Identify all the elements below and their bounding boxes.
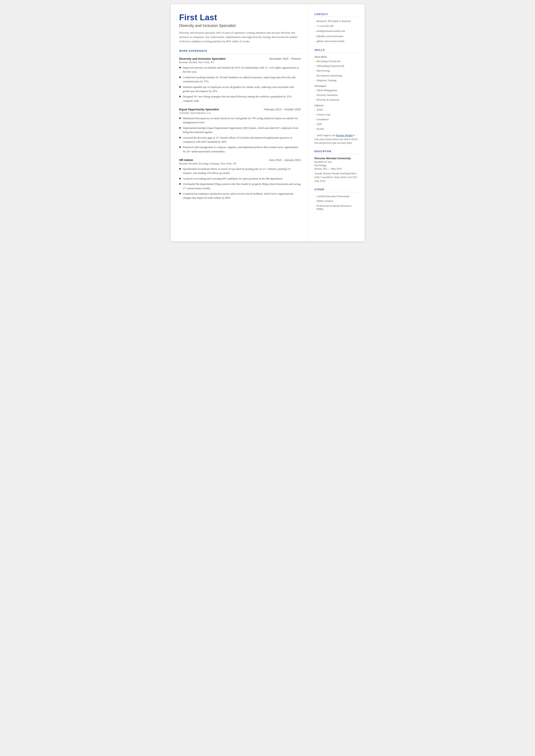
right-column: CONTACT ·Bismarck, ND (Open to Remote) ·… <box>309 4 365 241</box>
bullet-icon: · <box>315 30 316 33</box>
skills-software-label: Software: <box>315 104 359 107</box>
bullet-icon: · <box>315 113 316 117</box>
job-company-2: Growthsi, San Francisco, CA <box>179 111 301 115</box>
education-section: EDUCATION Resume Worded University Bache… <box>315 150 359 183</box>
bullet-icon: · <box>315 200 316 204</box>
list-item: ·SPHR Certified <box>315 200 359 204</box>
bullet-icon <box>179 118 181 119</box>
edu-school: Resume Worded University <box>315 157 359 160</box>
list-item: ·Diversity Awareness <box>315 94 359 98</box>
list-item: ·email@resumeworded.com <box>315 30 359 33</box>
job-bullets-2: Minimized discrepancies in salary based … <box>179 116 301 154</box>
skills-hard-label: Hard SKills: <box>315 55 359 59</box>
list-item: ·Certified Diversity Professional <box>315 195 359 199</box>
list-item: ·Talent Management <box>315 89 359 93</box>
bullet-icon <box>179 76 181 78</box>
summary: Diversity and inclusion specialist with … <box>179 31 301 43</box>
contact-divider <box>315 17 359 17</box>
job-title-2: Equal Opportunity Specialist <box>179 108 219 111</box>
bullet-icon <box>179 146 181 148</box>
list-item: Minimized discrepancies in salary based … <box>179 116 301 125</box>
job-header-1: Diversity and Inclusion Specialist Novem… <box>179 57 301 60</box>
bullet-icon <box>179 193 181 194</box>
job-dates-2: February 2013 – October 2015 <box>264 108 301 111</box>
bullet-icon <box>179 178 181 179</box>
list-item: Implemented multiple Equal Employment Op… <box>179 126 301 134</box>
list-item: ·Bismarck, ND (Open to Remote) <box>315 20 359 23</box>
resume-page: First Last Diversity and Inclusion Speci… <box>171 4 365 241</box>
skills-hard-list: ·Recruiting (Advanced) ·Onboarding (Expe… <box>315 60 359 83</box>
bullet-icon: · <box>315 65 316 68</box>
bullet-icon: · <box>315 108 316 112</box>
job-company-1: Resume Worded, New York, NY <box>179 61 301 64</box>
bullet-icon: · <box>315 94 316 98</box>
job-company-3: Resume Worded's Exciting Company, New Yo… <box>179 162 301 165</box>
list-item: Spearheaded recruitment efforts in searc… <box>179 167 301 176</box>
edu-location: Boston, MA — May 2010 <box>315 167 359 170</box>
bullet-icon: · <box>315 118 316 122</box>
work-experience-divider <box>179 53 301 54</box>
list-item: Conducted coaching seminars for 39 staff… <box>179 75 301 84</box>
bullet-icon <box>179 67 181 68</box>
education-heading: EDUCATION <box>315 150 359 153</box>
list-item: ·Interviewing <box>315 69 359 73</box>
bullet-icon: · <box>315 123 316 126</box>
contact-list: ·Bismarck, ND (Open to Remote) ·+1-234-4… <box>315 20 359 43</box>
job-header-3: HR Admin June 2010 – January 2013 <box>179 158 301 162</box>
bullet-icon: · <box>315 20 316 23</box>
list-item: ·linkedin.com/in/username <box>315 35 359 39</box>
job-title-1: Diversity and Inclusion Specialist <box>179 57 226 60</box>
skills-techniques-label: Techniques: <box>315 84 359 88</box>
bullet-icon: · <box>315 127 316 131</box>
edu-field: Psychology <box>315 164 359 167</box>
job-dates-3: June 2010 – January 2013 <box>269 159 300 162</box>
list-item: Assisted in recruiting and screening 850… <box>179 177 301 181</box>
name: First Last <box>179 13 301 22</box>
edu-degree: Bachelor of Arts <box>315 160 359 164</box>
bullet-icon: · <box>315 25 316 28</box>
job-block-3: HR Admin June 2010 – January 2013 Resume… <box>179 158 301 200</box>
job-title-3: HR Admin <box>179 158 193 162</box>
bullet-icon <box>179 127 181 129</box>
other-section: OTHER ·Certified Diversity Professional … <box>315 188 359 211</box>
list-item: Improved minority recruitment and retent… <box>179 66 301 74</box>
resume-worded-link[interactable]: Resume Worded <box>336 134 352 137</box>
bullet-icon: · <box>315 79 316 83</box>
work-experience-heading: WORK EXPERIENCE <box>179 49 301 52</box>
list-item: ·Criteria Corp <box>315 113 359 117</box>
list-item: ·+1-234-456-789 <box>315 25 359 28</box>
other-heading: OTHER <box>315 188 359 191</box>
resume-worded-note: · Don't forget to use Resume Worded to s… <box>315 133 359 145</box>
job-block-2: Equal Opportunity Specialist February 20… <box>179 108 301 154</box>
list-item: ·Greenhouse <box>315 118 359 122</box>
bullet-icon: · <box>315 69 316 73</box>
list-item: ·Textio <box>315 108 359 112</box>
list-item: ·github.com/resumeworded <box>315 40 359 43</box>
skills-software-list: ·Textio ·Criteria Corp ·Greenhouse ·ADP … <box>315 108 359 131</box>
contact-heading: CONTACT <box>315 13 359 15</box>
skills-heading: SKILLS <box>315 49 359 51</box>
list-item: ·ADP <box>315 123 359 126</box>
list-item: ·Recruiting (Advanced) <box>315 60 359 64</box>
bullet-icon: · <box>315 40 316 43</box>
skills-techniques-list: ·Talent Management ·Diversity Awareness … <box>315 89 359 102</box>
bullet-icon: · <box>315 204 316 208</box>
job-header-2: Equal Opportunity Specialist February 20… <box>179 108 301 111</box>
bullet-icon <box>179 96 181 97</box>
list-item: Partnered with management to compose, or… <box>179 145 301 154</box>
bullet-icon <box>179 86 181 88</box>
bullet-icon: · <box>315 35 316 39</box>
list-item: Assessed the diversity gaps at 15+ branc… <box>179 136 301 144</box>
bullet-icon: · <box>315 89 316 93</box>
left-column: First Last Diversity and Inclusion Speci… <box>171 4 309 241</box>
bullet-icon <box>179 168 181 170</box>
bullet-icon <box>179 137 181 138</box>
list-item: ·Employee Training <box>315 79 359 83</box>
contact-section: CONTACT ·Bismarck, ND (Open to Remote) ·… <box>315 13 359 43</box>
other-list: ·Certified Diversity Professional ·SPHR … <box>315 195 359 211</box>
education-divider <box>315 154 359 154</box>
bullet-icon <box>179 183 181 185</box>
job-dates-1: November 2015 – Present <box>269 57 301 60</box>
list-item: ·Professional in Human Resources (PHR). <box>315 204 359 211</box>
bullet-icon: · <box>315 74 316 78</box>
